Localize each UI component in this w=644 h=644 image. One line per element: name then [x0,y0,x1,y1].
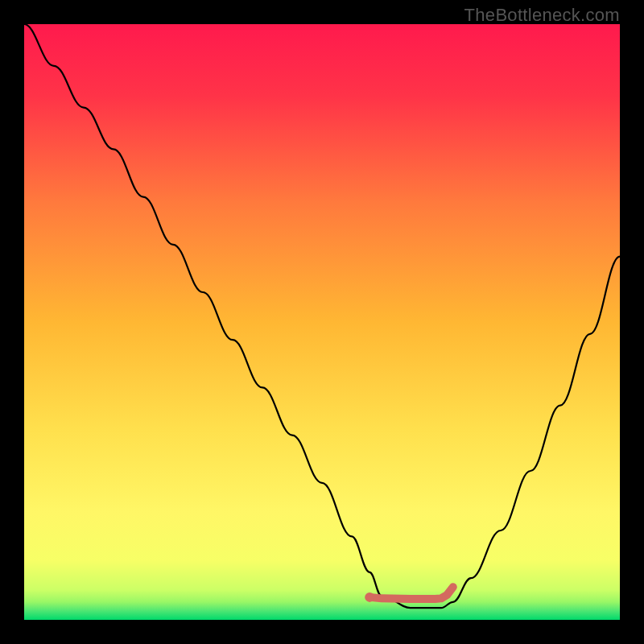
chart-frame: TheBottleneck.com [0,0,644,644]
watermark-text: TheBottleneck.com [464,5,620,26]
chart-svg [24,24,620,620]
optimal-marker-dot [365,592,374,602]
gradient-background [24,24,620,620]
plot-area [24,24,620,620]
